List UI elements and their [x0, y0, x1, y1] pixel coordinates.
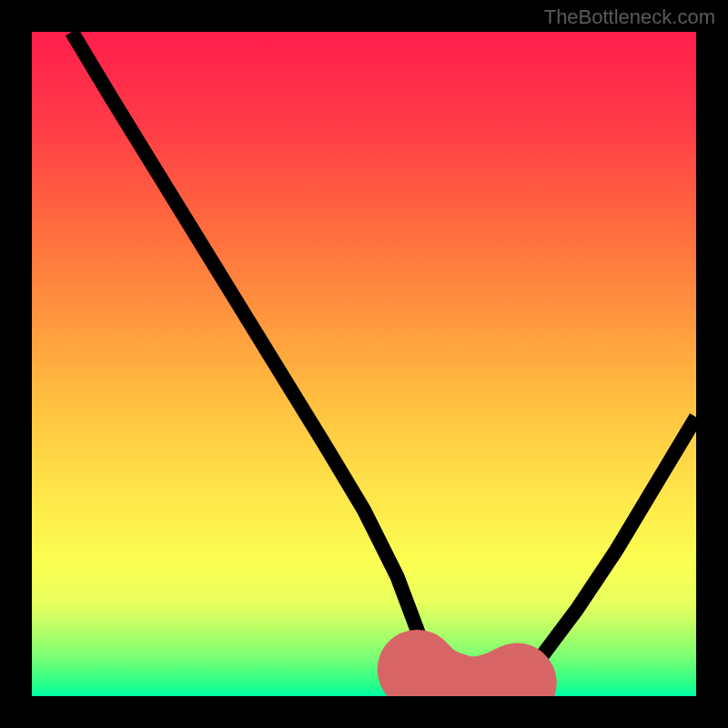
chart-plot-area: [32, 32, 696, 696]
marker-path: [417, 670, 517, 696]
curve-path: [72, 32, 696, 696]
chart-svg: [32, 32, 696, 696]
attribution-text: TheBottleneck.com: [544, 5, 715, 29]
